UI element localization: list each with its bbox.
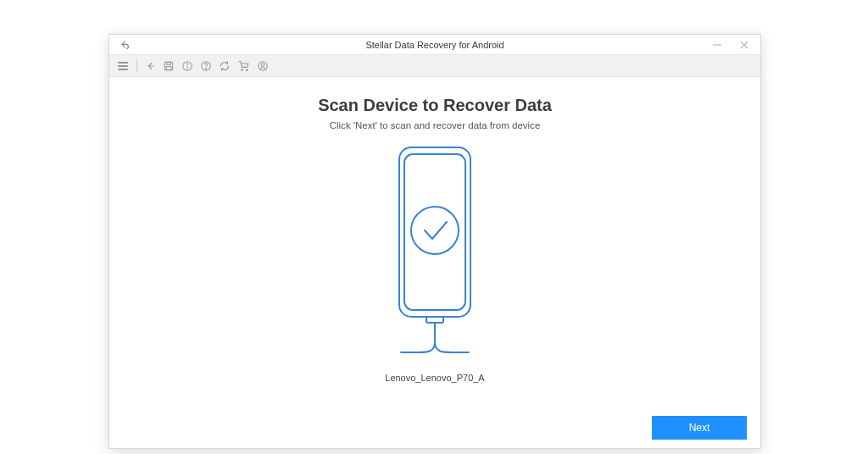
user-icon[interactable] bbox=[257, 58, 269, 75]
toolbar bbox=[109, 55, 760, 77]
footer: Next bbox=[109, 414, 760, 448]
svg-point-21 bbox=[411, 207, 459, 254]
page-title: Scan Device to Recover Data bbox=[318, 96, 552, 115]
info-icon[interactable] bbox=[181, 58, 193, 75]
svg-rect-20 bbox=[404, 154, 465, 310]
save-icon[interactable] bbox=[163, 58, 175, 75]
title-bar: Stellar Data Recovery for Android bbox=[109, 35, 760, 55]
window-controls bbox=[711, 35, 759, 55]
toolbar-divider bbox=[136, 60, 137, 72]
help-icon[interactable] bbox=[200, 58, 212, 75]
svg-rect-19 bbox=[399, 147, 470, 317]
menu-icon[interactable] bbox=[116, 58, 130, 75]
next-button[interactable]: Next bbox=[652, 416, 747, 440]
svg-rect-8 bbox=[167, 62, 171, 64]
main-content: Scan Device to Recover Data Click 'Next'… bbox=[109, 77, 760, 414]
minimize-icon[interactable] bbox=[711, 39, 723, 51]
svg-point-18 bbox=[261, 63, 264, 66]
back-icon[interactable] bbox=[144, 58, 156, 75]
cart-icon[interactable] bbox=[237, 58, 250, 75]
page-subtitle: Click 'Next' to scan and recover data fr… bbox=[330, 120, 541, 130]
phone-illustration bbox=[376, 146, 494, 357]
window-title: Stellar Data Recovery for Android bbox=[109, 40, 760, 50]
svg-point-16 bbox=[246, 69, 248, 71]
refresh-icon[interactable] bbox=[219, 58, 231, 75]
app-back-icon[interactable] bbox=[120, 39, 131, 51]
device-label: Lenovo_Lenovo_P70_A bbox=[385, 373, 484, 383]
svg-rect-22 bbox=[426, 317, 443, 323]
app-window: Stellar Data Recovery for Android bbox=[108, 34, 761, 449]
close-icon[interactable] bbox=[738, 39, 750, 51]
svg-rect-9 bbox=[166, 66, 171, 69]
svg-point-14 bbox=[205, 68, 206, 69]
svg-point-12 bbox=[186, 63, 187, 64]
svg-point-15 bbox=[242, 69, 243, 71]
